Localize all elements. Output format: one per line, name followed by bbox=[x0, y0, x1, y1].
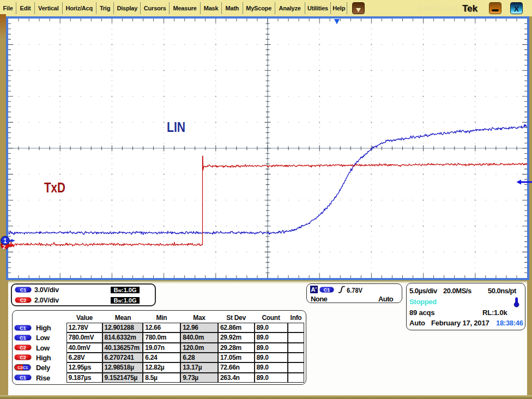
svg-text:TxD: TxD bbox=[44, 179, 65, 196]
svg-text:LIN: LIN bbox=[167, 119, 185, 135]
